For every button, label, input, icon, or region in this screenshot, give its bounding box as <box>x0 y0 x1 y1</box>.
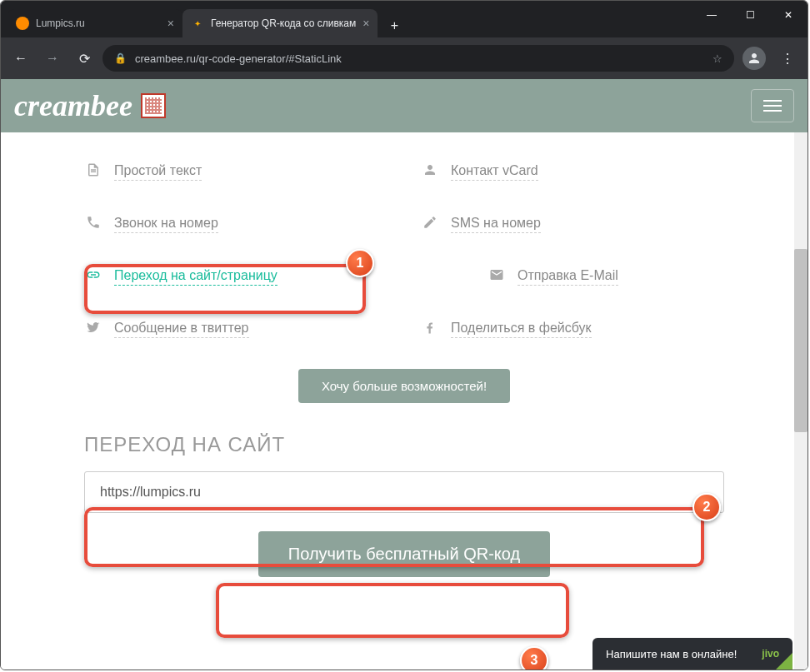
new-tab-button[interactable]: + <box>382 14 406 37</box>
option-sms[interactable]: SMS на номер <box>421 210 724 239</box>
reload-button[interactable]: ⟳ <box>71 45 98 72</box>
forward-button[interactable]: → <box>39 45 66 72</box>
site-header: creambee <box>1 79 808 132</box>
option-link[interactable]: Переход на сайт/страницу <box>84 262 388 291</box>
option-text[interactable]: Простой текст <box>84 157 388 187</box>
get-qr-button[interactable]: Получить бесплатный QR-код <box>258 531 550 577</box>
chat-widget[interactable]: Напишите нам в онлайне! jivo <box>592 638 792 670</box>
tab-title: Генератор QR-кода со сливкам <box>211 17 356 29</box>
link-icon <box>84 267 102 286</box>
option-label: Переход на сайт/страницу <box>114 268 278 286</box>
option-vcard[interactable]: Контакт vCard <box>421 157 724 187</box>
window-close[interactable]: ✕ <box>769 2 808 27</box>
person-icon <box>747 51 762 66</box>
logo-text: creambee <box>14 88 132 123</box>
envelope-icon <box>488 267 506 286</box>
more-options-button[interactable]: Хочу больше возможностей! <box>298 369 510 403</box>
tab-creambee[interactable]: ✦ Генератор QR-кода со сливкам × <box>182 9 378 37</box>
hamburger-menu[interactable] <box>751 89 794 122</box>
tab-lumpics[interactable]: Lumpics.ru × <box>8 9 182 37</box>
profile-avatar[interactable] <box>742 47 766 70</box>
option-label: Отправка E-Mail <box>518 268 618 286</box>
qr-type-options: Простой текст Контакт vCard Звонок на но… <box>84 157 724 344</box>
bookmark-star-icon[interactable]: ☆ <box>712 52 722 65</box>
twitter-icon <box>84 320 102 339</box>
browser-tabs: Lumpics.ru × ✦ Генератор QR-кода со слив… <box>8 7 406 37</box>
favicon-icon <box>16 17 29 30</box>
jivo-corner <box>776 653 792 670</box>
menu-button[interactable]: ⋮ <box>774 45 801 72</box>
url-input[interactable] <box>84 471 724 513</box>
option-label: Сообщение в твиттер <box>114 321 249 338</box>
option-call[interactable]: Звонок на номер <box>84 210 388 239</box>
back-button[interactable]: ← <box>8 45 34 72</box>
option-label: Звонок на номер <box>114 216 218 233</box>
favicon-icon: ✦ <box>191 17 204 30</box>
annotation-badge-3: 3 <box>520 646 548 670</box>
qr-icon <box>141 93 166 118</box>
document-icon <box>84 162 102 182</box>
section-title: ПЕРЕХОД НА САЙТ <box>84 433 724 456</box>
tab-close-icon[interactable]: × <box>362 17 369 30</box>
address-bar[interactable]: 🔒 creambee.ru/qr-code-generator/#StaticL… <box>102 45 734 72</box>
page-content: creambee Простой текст <box>1 79 808 670</box>
site-logo[interactable]: creambee <box>14 88 166 123</box>
tab-close-icon[interactable]: × <box>168 17 174 30</box>
option-label: Контакт vCard <box>451 163 538 181</box>
window-maximize[interactable]: ☐ <box>731 2 769 27</box>
option-label: SMS на номер <box>451 216 541 233</box>
window-minimize[interactable]: ― <box>692 2 731 27</box>
tab-title: Lumpics.ru <box>36 17 85 29</box>
phone-icon <box>84 215 102 234</box>
option-facebook[interactable]: Поделиться в фейсбук <box>421 315 724 344</box>
facebook-icon <box>421 320 439 339</box>
chat-text: Напишите нам в онлайне! <box>606 648 737 660</box>
browser-toolbar: ← → ⟳ 🔒 creambee.ru/qr-code-generator/#S… <box>1 37 808 79</box>
option-twitter[interactable]: Сообщение в твиттер <box>84 315 388 344</box>
url-text: creambee.ru/qr-code-generator/#StaticLin… <box>135 52 704 65</box>
user-icon <box>421 162 439 182</box>
annotation-highlight-3 <box>216 583 569 638</box>
annotation-badge-2: 2 <box>692 493 721 521</box>
option-email[interactable]: Отправка E-Mail <box>421 262 724 291</box>
option-label: Простой текст <box>114 163 202 181</box>
option-label: Поделиться в фейсбук <box>451 321 592 338</box>
annotation-badge-1: 1 <box>346 249 374 277</box>
edit-icon <box>421 215 439 234</box>
lock-icon: 🔒 <box>114 52 127 64</box>
